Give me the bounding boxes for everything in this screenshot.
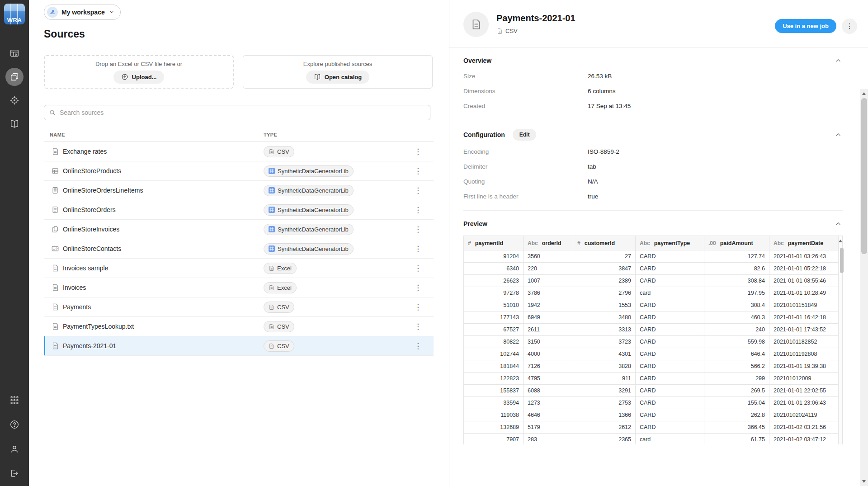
search-box — [44, 105, 430, 120]
lineage-icon[interactable] — [5, 91, 24, 109]
preview-cell: 308.4 — [704, 299, 769, 311]
file-icon — [269, 265, 274, 271]
detail-value: true — [588, 193, 598, 200]
synthetic-lib-icon — [269, 207, 275, 213]
row-menu-button[interactable]: ⋮ — [412, 282, 424, 293]
row-menu-button[interactable]: ⋮ — [412, 340, 424, 352]
preview-cell: 460.3 — [704, 311, 769, 324]
detail-value: N/A — [588, 178, 598, 185]
source-row[interactable]: OnlineStoreContactsSyntheticDataGenerato… — [44, 239, 434, 259]
column-type-icon: .00 — [708, 240, 716, 246]
preview-cell: 2365 — [573, 434, 636, 444]
preview-cell: card — [636, 287, 704, 299]
source-row[interactable]: Payments-2021-01CSV⋮ — [44, 336, 434, 356]
configuration-section: Configuration Edit EncodingISO-8859-2Del… — [463, 120, 843, 211]
source-row[interactable]: PaymentsCSV⋮ — [44, 297, 434, 317]
detail-value: ISO-8859-2 — [588, 148, 619, 155]
preview-cell: 127.74 — [704, 250, 769, 263]
column-type-icon: Abc — [528, 240, 538, 246]
scroll-up-icon[interactable] — [862, 92, 866, 95]
account-icon[interactable] — [5, 440, 24, 458]
type-badge: CSV — [264, 146, 294, 157]
preview-cell: 177143 — [464, 311, 524, 324]
preview-column-header: AbcpaymentDate — [769, 236, 839, 250]
chevron-up-icon[interactable] — [834, 219, 843, 228]
row-menu-button[interactable]: ⋮ — [412, 321, 424, 332]
row-menu-button[interactable]: ⋮ — [412, 243, 424, 255]
preview-cell: 6340 — [464, 263, 524, 275]
file-icon — [470, 19, 482, 30]
detail-label: Created — [463, 103, 588, 109]
chevron-up-icon[interactable] — [834, 130, 843, 139]
sidebar-top-nav — [5, 44, 24, 133]
preview-cell: 4301 — [573, 348, 636, 360]
search-input[interactable] — [60, 109, 425, 116]
source-row[interactable]: InvoicesExcel⋮ — [44, 278, 434, 297]
preview-cell: 20210101151849 — [769, 299, 839, 311]
catalog-icon[interactable] — [5, 115, 24, 133]
preview-data-row: 13268951792612CARD366.452021-01-02 03:21… — [464, 421, 839, 434]
open-catalog-button[interactable]: Open catalog — [306, 71, 369, 84]
row-menu-button[interactable]: ⋮ — [412, 146, 424, 157]
edit-button[interactable]: Edit — [513, 129, 537, 141]
source-row[interactable]: OnlineStoreInvoicesSyntheticDataGenerato… — [44, 220, 434, 239]
column-header-type: TYPE — [264, 132, 277, 137]
source-row[interactable]: OnlineStoreOrdersLineItemsSyntheticDataG… — [44, 181, 434, 200]
file-icon — [496, 28, 503, 34]
row-menu-button[interactable]: ⋮ — [412, 185, 424, 196]
row-menu-button[interactable]: ⋮ — [412, 302, 424, 313]
sources-icon[interactable] — [5, 68, 24, 86]
source-row[interactable]: Exchange ratesCSV⋮ — [44, 142, 434, 161]
detail-row: EncodingISO-8859-2 — [463, 144, 843, 159]
scroll-down-icon[interactable] — [862, 480, 866, 483]
preview-cell: 240 — [704, 324, 769, 336]
preview-cell: CARD — [636, 311, 704, 324]
source-name: OnlineStoreInvoices — [63, 226, 264, 233]
row-menu-button[interactable]: ⋮ — [412, 204, 424, 216]
sources-panel: My workspace Sources Drop an Excel or CS… — [29, 0, 449, 486]
preview-cell: 181844 — [464, 360, 524, 373]
row-menu-button[interactable]: ⋮ — [412, 263, 424, 274]
column-type-icon: Abc — [774, 240, 784, 246]
scroll-up-icon[interactable] — [839, 240, 842, 242]
book-icon — [314, 73, 321, 80]
preview-cell: CARD — [636, 348, 704, 360]
use-in-new-job-button[interactable]: Use in a new job — [775, 19, 836, 33]
row-menu-button[interactable]: ⋮ — [412, 165, 424, 177]
preview-cell: 3150 — [524, 336, 573, 348]
source-row[interactable]: PaymentTypesLookup.txtCSV⋮ — [44, 317, 434, 336]
file-icon — [51, 342, 59, 350]
upload-button[interactable]: Upload... — [113, 71, 165, 84]
source-row[interactable]: Invoices sampleExcel⋮ — [44, 259, 434, 278]
synthetic-lib-icon — [269, 226, 275, 232]
panel-scrollbar[interactable] — [860, 89, 868, 486]
source-row[interactable]: OnlineStoreProductsSyntheticDataGenerato… — [44, 161, 434, 181]
logout-icon[interactable] — [5, 464, 24, 482]
app-logo[interactable]: WRA — [4, 4, 25, 24]
file-dropzone[interactable]: Drop an Excel or CSV file here or Upload… — [44, 55, 234, 89]
preview-cell: 3723 — [573, 336, 636, 348]
detail-row: Delimitertab — [463, 159, 843, 174]
row-menu-button[interactable]: ⋮ — [412, 224, 424, 235]
workspace-switcher[interactable]: My workspace — [44, 5, 121, 20]
preview-cell: 2021-01-01 17:43:52 — [769, 324, 839, 336]
preview-cell: 2612 — [573, 421, 636, 434]
preview-cell: 1366 — [573, 409, 636, 421]
type-badge: Excel — [264, 263, 297, 274]
workflows-icon[interactable] — [5, 44, 24, 62]
source-row[interactable]: OnlineStoreOrdersSyntheticDataGeneratorL… — [44, 200, 434, 220]
configuration-heading: Configuration — [463, 131, 505, 138]
preview-table-scrollbar[interactable] — [839, 236, 843, 444]
apps-grid-icon[interactable] — [5, 391, 24, 409]
preview-cell: 2021-01-01 16:42:18 — [769, 311, 839, 324]
preview-cell: 2796 — [573, 287, 636, 299]
scrollbar-thumb[interactable] — [840, 248, 844, 273]
preview-cell: 2021-01-01 08:55:46 — [769, 275, 839, 287]
scrollbar-thumb[interactable] — [861, 98, 867, 254]
chevron-up-icon[interactable] — [834, 56, 843, 65]
details-menu-button[interactable]: ⋮ — [842, 19, 857, 34]
detail-label: Encoding — [463, 148, 588, 155]
help-icon[interactable] — [5, 415, 24, 434]
preview-cell: 20210102024119 — [769, 409, 839, 421]
preview-cell: 646.4 — [704, 348, 769, 360]
